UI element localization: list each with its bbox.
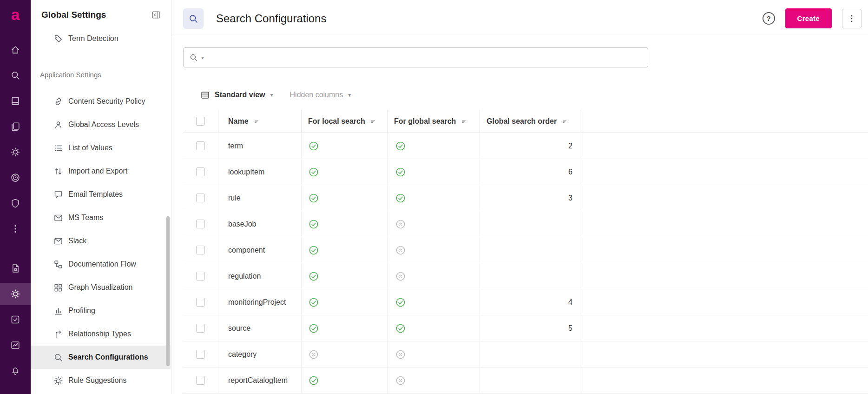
settings-icon[interactable] [10, 289, 20, 299]
rail-icons-top [0, 45, 31, 234]
page-title: Search Configurations [216, 12, 763, 25]
row-checkbox[interactable] [196, 298, 205, 307]
sidebar-item-relationship-types[interactable]: Relationship Types [31, 322, 171, 346]
sort-icon[interactable] [561, 118, 569, 125]
global-search-status-icon [395, 271, 406, 281]
person-icon [53, 120, 63, 130]
search-icon[interactable] [10, 70, 20, 80]
library-icon[interactable] [10, 121, 20, 132]
select-all-checkbox[interactable] [196, 117, 205, 126]
row-order: 4 [568, 298, 572, 307]
sidebar-item-content-security-policy[interactable]: Content Security Policy [31, 90, 171, 113]
row-name[interactable]: regulation [228, 272, 261, 280]
more-vertical-icon[interactable] [10, 224, 20, 234]
import-export-icon [53, 167, 63, 176]
row-name[interactable]: monitoringProject [228, 298, 286, 307]
row-checkbox[interactable] [196, 376, 205, 385]
hidden-columns-selector[interactable]: Hidden columns ▾ [290, 91, 351, 99]
row-checkbox[interactable] [196, 324, 205, 333]
chart-icon[interactable] [10, 340, 20, 350]
sidebar-item-ms-teams[interactable]: MS Teams [31, 206, 171, 229]
book-icon[interactable] [10, 96, 20, 106]
global-search-status-icon [395, 245, 406, 255]
document-icon[interactable] [10, 263, 20, 274]
sidebar-item-term-detection[interactable]: Term Detection [31, 27, 171, 50]
check-square-icon[interactable] [10, 314, 20, 325]
global-search-status-icon [395, 167, 406, 177]
more-actions-button[interactable] [842, 9, 861, 28]
table-row: lookupItem 6 [183, 159, 868, 185]
row-checkbox[interactable] [196, 246, 205, 254]
sidebar-item-list-of-values[interactable]: List of Values [31, 136, 171, 160]
bar-chart-icon [53, 306, 63, 316]
sort-icon[interactable] [460, 118, 468, 125]
sidebar-item-documentation-flow[interactable]: Documentation Flow [31, 253, 171, 276]
column-header-local-search[interactable]: For local search [308, 117, 365, 126]
main-content: Search Configurations ? Create ▾ Standar… [171, 0, 868, 394]
relationship-icon [53, 329, 63, 339]
sidebar-item-label: Search Configurations [68, 353, 148, 361]
row-name[interactable]: lookupItem [228, 168, 264, 176]
sort-icon[interactable] [253, 118, 261, 125]
row-checkbox[interactable] [196, 167, 205, 176]
global-search-status-icon [395, 349, 406, 360]
row-order: 3 [568, 194, 572, 202]
help-icon[interactable]: ? [763, 12, 775, 25]
row-checkbox[interactable] [196, 194, 205, 202]
search-bar[interactable]: ▾ [183, 47, 648, 67]
collapse-sidebar-icon[interactable] [151, 10, 161, 20]
home-icon[interactable] [10, 45, 20, 55]
sort-icon[interactable] [370, 118, 377, 125]
hidden-columns-caret-icon: ▾ [348, 92, 351, 98]
bell-icon[interactable] [10, 366, 20, 376]
column-header-name[interactable]: Name [228, 117, 249, 126]
table-row: monitoringProject 4 [183, 289, 868, 315]
row-name[interactable]: baseJob [228, 220, 256, 228]
sidebar-scrollbar[interactable] [166, 216, 170, 366]
row-name[interactable]: term [228, 142, 243, 150]
shield-icon[interactable] [10, 198, 20, 208]
grid-icon [53, 283, 63, 293]
row-name[interactable]: reportCatalogItem [228, 376, 288, 385]
page-title-chip[interactable] [183, 8, 204, 29]
table-row: term 2 [183, 133, 868, 159]
local-search-status-icon [309, 271, 319, 281]
sidebar-item-label: Import and Export [68, 167, 127, 175]
row-name[interactable]: component [228, 246, 265, 254]
sidebar-item-profiling[interactable]: Profiling [31, 299, 171, 322]
local-search-status-icon [309, 245, 319, 255]
sidebar-item-global-access-levels[interactable]: Global Access Levels [31, 113, 171, 136]
table-row: source 5 [183, 315, 868, 341]
search-input[interactable] [207, 48, 642, 67]
search-icon [188, 13, 198, 24]
table-header-row: Name For local search For global search … [183, 110, 868, 133]
view-selector[interactable]: Standard view [215, 91, 265, 99]
sidebar-item-slack[interactable]: Slack [31, 229, 171, 253]
target-icon[interactable] [10, 173, 20, 183]
row-checkbox[interactable] [196, 350, 205, 359]
gear-icon[interactable] [10, 147, 20, 157]
row-checkbox[interactable] [196, 220, 205, 228]
sidebar-item-email-templates[interactable]: Email Templates [31, 183, 171, 206]
brand-logo[interactable]: a [0, 6, 31, 24]
row-name[interactable]: source [228, 324, 250, 333]
sidebar-item-rule-suggestions[interactable]: Rule Suggestions [31, 369, 171, 392]
row-order: 6 [568, 168, 572, 176]
local-search-status-icon [309, 219, 319, 229]
column-header-global-search[interactable]: For global search [394, 117, 456, 126]
row-name[interactable]: rule [228, 194, 241, 202]
table-row: category [183, 341, 868, 367]
search-filter-caret-icon[interactable]: ▾ [201, 55, 204, 60]
table-row: rule 3 [183, 185, 868, 211]
row-name[interactable]: category [228, 350, 256, 359]
row-checkbox[interactable] [196, 141, 205, 150]
sidebar-item-graph-visualization[interactable]: Graph Visualization [31, 276, 171, 299]
global-search-status-icon [395, 297, 406, 307]
sidebar-item-search-configurations[interactable]: Search Configurations [31, 346, 171, 369]
create-button[interactable]: Create [785, 8, 832, 28]
tag-icon [53, 34, 63, 44]
sidebar-item-import-and-export[interactable]: Import and Export [31, 160, 171, 183]
row-checkbox[interactable] [196, 272, 205, 280]
column-header-global-search-order[interactable]: Global search order [487, 117, 557, 126]
view-selector-caret-icon[interactable]: ▾ [270, 92, 273, 98]
